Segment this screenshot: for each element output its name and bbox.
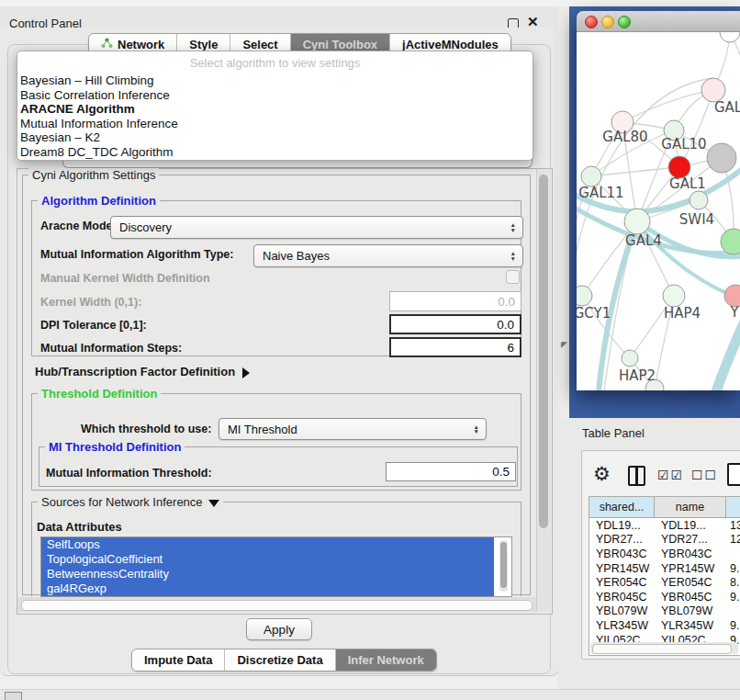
network-window-titlebar[interactable] [577, 11, 740, 32]
table-row[interactable]: YDR27...YDR27...12 [589, 533, 740, 548]
node-label-gal4: GAL4 [625, 232, 662, 249]
algorithm-option-bayesian-k2[interactable]: Bayesian – K2 [17, 130, 533, 145]
table-cell: YPR145W [589, 562, 655, 575]
tab-label: Cyni Toolbox [303, 38, 377, 51]
table-cell: 9. [726, 562, 740, 575]
data-attributes-list[interactable]: SelfLoopsTopologicalCoefficientBetweenne… [40, 536, 512, 597]
tab-label: Infer Network [348, 653, 424, 667]
node-hap4[interactable] [663, 285, 685, 307]
column-header-shared-name[interactable]: shared... [589, 497, 655, 517]
split-columns-icon[interactable] [628, 466, 645, 486]
attribute-item-gal4rgexp[interactable]: gal4RGexp [41, 581, 494, 596]
algorithm-option-dream8-dc-tdc-algorithm[interactable]: Dream8 DC_TDC Algorithm [17, 145, 533, 160]
close-traffic-light[interactable] [585, 16, 598, 28]
sources-title: Sources for Network Inference [38, 495, 223, 509]
node-label-gal80: GAL80 [602, 129, 647, 145]
table-cell: YBL079W [589, 604, 655, 617]
node-table: shared... name YDL19...YDL19...13YDR27..… [589, 496, 740, 656]
dpi-tolerance-field[interactable]: 0.0 [389, 314, 521, 334]
kernel-width-field[interactable]: 0.0 [389, 291, 521, 311]
tab-impute-data[interactable]: Impute Data [132, 649, 225, 671]
mi-algorithm-type-label: Mutual Information Algorithm Type: [40, 248, 233, 261]
algorithm-option-aracne-algorithm[interactable]: ARACNE Algorithm [17, 102, 533, 117]
settings-vertical-scrollbar-thumb[interactable] [539, 175, 548, 528]
table-row[interactable]: YBR043CYBR043C [589, 547, 740, 561]
mi-steps-field[interactable]: 6 [389, 337, 521, 357]
manual-kernel-width-checkbox[interactable] [506, 270, 520, 284]
which-threshold-combobox[interactable]: MI Threshold ▲▼ [219, 418, 487, 440]
dpi-tolerance-value: 0.0 [497, 318, 520, 332]
node-label-y: Y [729, 304, 739, 321]
table-row[interactable]: YPR145WYPR145W9. [589, 561, 740, 576]
mi-threshold-definition-title: MI Threshold Definition [45, 440, 185, 454]
node-gal11[interactable] [581, 166, 601, 186]
table-cell: YBL079W [655, 604, 726, 617]
table-row[interactable]: YBL079WYBL079W [589, 604, 740, 619]
popup-placeholder: Select algorithm to view settings [17, 51, 533, 73]
attribute-item-betweennesscentrality[interactable]: BetweennessCentrality [41, 567, 494, 581]
node-label-swi4: SWI4 [679, 211, 714, 228]
export-table-icon[interactable] [727, 463, 740, 486]
apply-button[interactable]: Apply [246, 618, 312, 640]
corner-widget-icon[interactable] [5, 692, 22, 700]
node-unlabeled[interactable] [720, 32, 740, 42]
node-gal4[interactable] [624, 209, 650, 234]
minimize-traffic-light[interactable] [601, 16, 614, 28]
algorithm-option-basic-correlation-inference[interactable]: Basic Correlation Inference [17, 88, 533, 103]
tab-label: Select [242, 38, 277, 51]
settings-gear-icon[interactable]: ⚙ [593, 463, 611, 485]
node-swi4[interactable] [690, 191, 708, 209]
attributes-list-scrollbar-thumb[interactable] [500, 542, 507, 588]
mi-steps-value: 6 [507, 341, 520, 355]
manual-kernel-width-label: Manual Kernel Width Definition [40, 272, 210, 285]
mi-threshold-field[interactable]: 0.5 [386, 462, 516, 481]
kernel-width-label: Kernel Width (0,1): [40, 296, 141, 309]
table-panel-title: Table Panel [582, 426, 645, 440]
node-hap2[interactable] [622, 350, 638, 367]
table-cell: YER054C [589, 576, 655, 589]
node-label-gcy1: GCY1 [577, 305, 611, 322]
network-teal-edges [577, 168, 740, 390]
attribute-item-topologicalcoefficient[interactable]: TopologicalCoefficient [41, 552, 494, 567]
column-header-partial[interactable] [726, 497, 740, 517]
table-row[interactable]: YDL19...YDL19...13 [589, 518, 740, 533]
table-cell: YDR27... [655, 533, 726, 546]
stepper-icon: ▲▼ [510, 251, 522, 261]
mi-algorithm-type-combobox[interactable]: Naive Bayes ▲▼ [253, 244, 523, 267]
attribute-item-selfloops[interactable]: SelfLoops [41, 537, 494, 552]
table-row[interactable]: YBR045CYBR045C9. [589, 590, 740, 604]
aracne-mode-combobox[interactable]: Discovery ▲▼ [110, 216, 523, 239]
node-unlabeled[interactable] [707, 143, 736, 173]
table-row[interactable]: YER054CYER054C8. [589, 575, 740, 590]
hub-definition-label: Hub/Transcription Factor Definition [35, 365, 235, 378]
settings-horizontal-scrollbar-thumb[interactable] [21, 600, 533, 611]
algorithm-options-list: Bayesian – Hill ClimbingBasic Correlatio… [17, 73, 533, 160]
deselect-checkboxes-icon[interactable]: ☐☐ [691, 468, 718, 482]
node-unlabeled[interactable] [721, 229, 740, 254]
threshold-definition-title: Threshold Definition [38, 387, 161, 401]
tab-label: jActiveMNodules [402, 38, 499, 51]
zoom-traffic-light[interactable] [618, 16, 631, 28]
tab-infer-network[interactable]: Infer Network [336, 649, 436, 671]
table-horizontal-scrollbar-thumb[interactable] [592, 644, 732, 654]
algorithm-option-bayesian-hill-climbing[interactable]: Bayesian – Hill Climbing [17, 73, 533, 88]
network-canvas[interactable]: GALGAL80GAL10GAL1GAL11GAL4SWI4GCY1HAP4YH… [577, 32, 740, 390]
table-cell: YLR345W [589, 619, 655, 632]
which-threshold-value: MI Threshold [219, 423, 474, 436]
table-row[interactable]: YLR345WYLR345W9. [589, 618, 740, 633]
mi-threshold-label: Mutual Information Threshold: [46, 467, 212, 480]
table-cell: YDR27... [589, 533, 655, 546]
node-gcy1[interactable] [577, 286, 592, 306]
select-checkboxes-icon[interactable]: ☑☑ [657, 468, 684, 482]
column-header-name[interactable]: name [655, 497, 726, 517]
algorithm-option-mutual-information-inference[interactable]: Mutual Information Inference [17, 117, 533, 131]
table-body: YDL19...YDL19...13YDR27...YDR27...12YBR0… [589, 518, 740, 647]
table-cell: 9. [726, 591, 740, 604]
table-cell: 8. [726, 576, 740, 589]
screen: Control Panel ✕ NetworkStyleSelectCyni T… [0, 0, 740, 700]
algorithm-dropdown-popup: Select algorithm to view settings Bayesi… [17, 51, 533, 161]
data-attributes-label: Data Attributes [37, 520, 122, 534]
tab-discretize-data[interactable]: Discretize Data [225, 649, 335, 671]
hub-definition-toggle[interactable]: Hub/Transcription Factor Definition [35, 365, 250, 378]
mi-threshold-value: 0.5 [492, 465, 515, 479]
